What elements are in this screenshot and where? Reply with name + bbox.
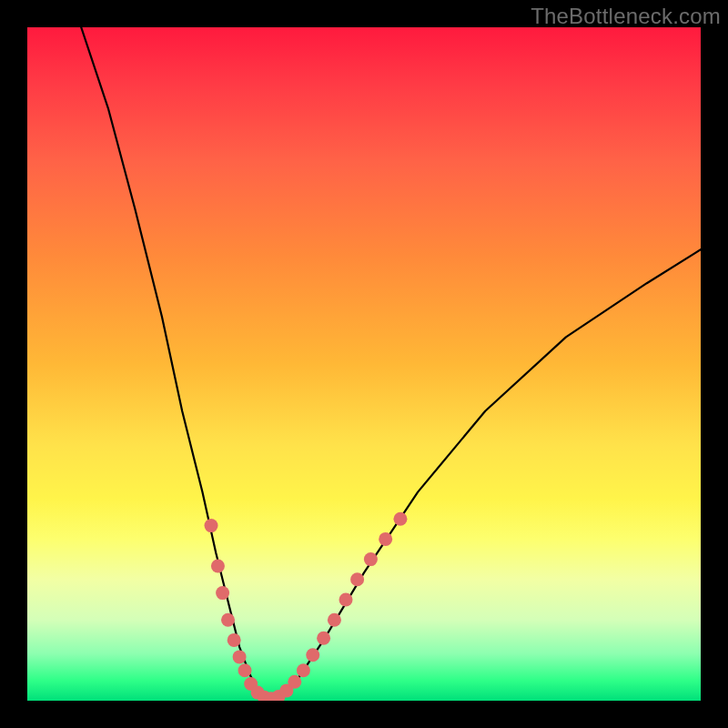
chart-frame: TheBottleneck.com	[0, 0, 728, 728]
curve-marker	[379, 532, 392, 546]
curve-marker	[288, 675, 301, 689]
curve-marker	[306, 648, 319, 662]
curve-marker	[317, 632, 330, 645]
curve-marker	[364, 552, 378, 566]
chart-plot-area	[27, 27, 701, 701]
curve-marker	[238, 663, 252, 677]
bottleneck-curve	[81, 27, 701, 701]
curve-marker	[339, 593, 353, 607]
curve-markers	[205, 512, 408, 701]
curve-marker	[297, 663, 310, 677]
curve-marker	[393, 512, 407, 526]
curve-marker	[211, 560, 225, 573]
curve-marker	[233, 650, 247, 663]
curve-marker	[216, 586, 229, 600]
curve-marker	[328, 613, 341, 627]
curve-marker	[221, 613, 235, 627]
curve-marker	[350, 572, 364, 586]
chart-svg	[27, 27, 701, 701]
curve-marker	[228, 633, 241, 647]
curve-marker	[205, 519, 218, 532]
watermark-text: TheBottleneck.com	[531, 4, 721, 29]
